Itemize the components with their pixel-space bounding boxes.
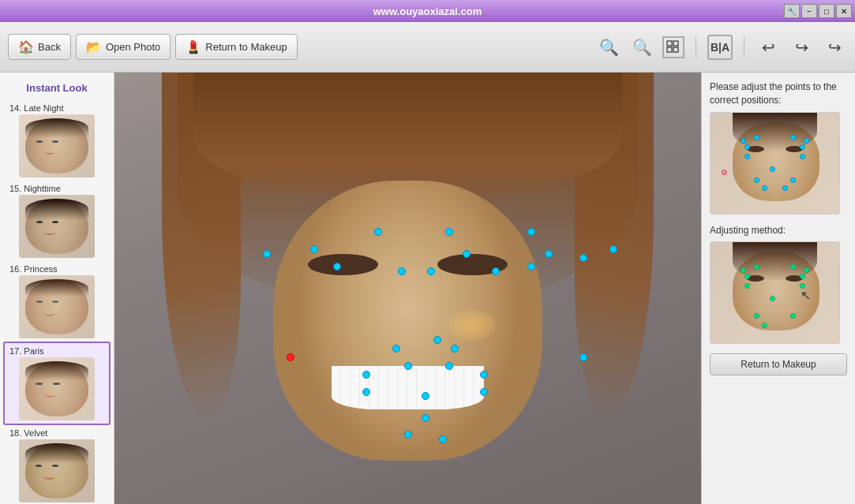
adjust-points-title: Please adjust the points to the correct … bbox=[710, 80, 847, 107]
settings-icon[interactable]: 🔧 bbox=[784, 4, 800, 18]
title-bar-controls: 🔧 − □ ✕ bbox=[784, 4, 852, 18]
face-point[interactable] bbox=[451, 345, 459, 353]
look-item-18[interactable]: 18. Velvet bbox=[5, 425, 109, 504]
title-bar: www.ouyaoxiazai.com 🔧 − □ ✕ bbox=[0, 0, 855, 22]
panel-point bbox=[782, 185, 788, 191]
look-thumb-14 bbox=[19, 114, 95, 177]
look-label-17: 17. Paris bbox=[8, 346, 43, 356]
close-button[interactable]: ✕ bbox=[836, 4, 852, 18]
face-point[interactable] bbox=[404, 362, 412, 370]
face-point[interactable] bbox=[374, 228, 382, 236]
panel-point bbox=[754, 135, 759, 140]
face-point[interactable] bbox=[445, 228, 453, 236]
panel-point bbox=[741, 138, 746, 144]
look-label-15: 15. Nighttime bbox=[8, 184, 61, 193]
panel-return-to-makeup-button[interactable]: Return to Makeup bbox=[710, 353, 847, 375]
face-point[interactable] bbox=[404, 431, 412, 439]
sidebar-title: Instant Look bbox=[0, 79, 114, 100]
adjusting-method-image: ↖ bbox=[710, 241, 840, 344]
face-point[interactable] bbox=[545, 250, 553, 258]
panel-point bbox=[744, 154, 750, 159]
adjust-points-image bbox=[710, 112, 840, 215]
minimize-button[interactable]: − bbox=[801, 4, 817, 18]
look-item-15[interactable]: 15. Nighttime bbox=[5, 181, 109, 261]
back-button[interactable]: 🏠 Back bbox=[8, 34, 71, 60]
undo-icon[interactable]: ↩ bbox=[756, 35, 781, 60]
face-point[interactable] bbox=[362, 371, 370, 379]
return-to-makeup-button[interactable]: 💄 Return to Makeup bbox=[175, 34, 297, 60]
face-point-red[interactable] bbox=[287, 353, 294, 361]
look-item-14[interactable]: 14. Late Night bbox=[5, 100, 109, 181]
undo2-icon[interactable]: ↩ bbox=[789, 35, 814, 60]
zoom-out-icon[interactable]: 🔍 bbox=[629, 35, 654, 60]
face-point[interactable] bbox=[463, 250, 471, 258]
face-point[interactable] bbox=[362, 388, 370, 396]
face-point[interactable] bbox=[439, 435, 447, 443]
panel-point bbox=[800, 154, 805, 159]
panel-point bbox=[754, 177, 759, 183]
look-label-18: 18. Velvet bbox=[8, 428, 47, 438]
face-point[interactable] bbox=[422, 392, 429, 400]
panel-point bbox=[744, 144, 750, 150]
svg-rect-0 bbox=[667, 41, 672, 46]
folder-icon: 📂 bbox=[86, 39, 102, 54]
look-thumb-16 bbox=[19, 275, 95, 338]
look-item-16[interactable]: 16. Princess bbox=[5, 261, 109, 342]
face-point[interactable] bbox=[333, 263, 341, 271]
panel-point bbox=[800, 144, 805, 150]
face-point[interactable] bbox=[579, 254, 587, 262]
look-label-16: 16. Princess bbox=[8, 264, 58, 274]
panel-point bbox=[804, 138, 809, 144]
grid-icon[interactable] bbox=[662, 36, 684, 58]
return-to-makeup-label: Return to Makeup bbox=[205, 41, 287, 53]
face-point[interactable] bbox=[527, 263, 535, 271]
redo-icon[interactable]: ↪ bbox=[822, 35, 847, 60]
look-thumb-17 bbox=[19, 357, 95, 420]
right-panel: Please adjust the points to the correct … bbox=[701, 73, 855, 504]
face-point[interactable] bbox=[310, 245, 318, 253]
face-point[interactable] bbox=[263, 250, 271, 258]
face-point[interactable] bbox=[398, 267, 406, 275]
svg-rect-1 bbox=[673, 41, 678, 46]
face-point[interactable] bbox=[445, 362, 453, 370]
open-photo-label: Open Photo bbox=[106, 41, 160, 53]
face-point[interactable] bbox=[579, 353, 587, 361]
canvas-area[interactable] bbox=[114, 73, 701, 504]
title-bar-text: www.ouyaoxiazai.com bbox=[373, 6, 482, 17]
panel-point-pink bbox=[722, 170, 727, 175]
face-point[interactable] bbox=[480, 388, 488, 396]
back-label: Back bbox=[38, 41, 61, 53]
panel-point bbox=[762, 185, 767, 191]
look-label-14: 14. Late Night bbox=[8, 103, 64, 113]
look-thumb-15 bbox=[19, 195, 95, 258]
home-icon: 🏠 bbox=[18, 39, 34, 54]
sidebar: Instant Look 14. Late Night 15. Nighttim… bbox=[0, 73, 114, 504]
face-point[interactable] bbox=[427, 267, 435, 275]
face-point[interactable] bbox=[480, 371, 488, 379]
look-thumb-18 bbox=[19, 439, 95, 502]
adjusting-method-section: Adjusting method: bbox=[710, 224, 847, 345]
panel-point bbox=[770, 166, 775, 172]
maximize-button[interactable]: □ bbox=[819, 4, 834, 18]
adjust-points-section: Please adjust the points to the correct … bbox=[710, 80, 847, 215]
face-point[interactable] bbox=[609, 245, 617, 253]
ba-compare-icon[interactable]: B|A bbox=[707, 35, 733, 60]
makeup-icon: 💄 bbox=[186, 39, 201, 54]
face-point[interactable] bbox=[492, 267, 500, 275]
svg-rect-2 bbox=[667, 47, 672, 52]
face-point[interactable] bbox=[527, 228, 535, 236]
main-area: Instant Look 14. Late Night 15. Nighttim… bbox=[0, 73, 855, 504]
open-photo-button[interactable]: 📂 Open Photo bbox=[76, 34, 171, 60]
panel-point bbox=[790, 177, 796, 183]
face-point[interactable] bbox=[422, 414, 429, 422]
panel-point bbox=[790, 135, 796, 140]
look-item-17[interactable]: 17. Paris bbox=[3, 342, 111, 425]
zoom-in-icon[interactable]: 🔍 bbox=[596, 35, 621, 60]
svg-rect-3 bbox=[673, 47, 678, 52]
face-photo bbox=[114, 73, 701, 504]
toolbar-tools: 🔍 🔍 B|A ↩ ↩ ↪ bbox=[596, 35, 847, 60]
toolbar: 🏠 Back 📂 Open Photo 💄 Return to Makeup 🔍… bbox=[0, 22, 855, 73]
face-point[interactable] bbox=[392, 345, 400, 353]
adjusting-method-title: Adjusting method: bbox=[710, 224, 847, 237]
face-point[interactable] bbox=[433, 336, 441, 344]
